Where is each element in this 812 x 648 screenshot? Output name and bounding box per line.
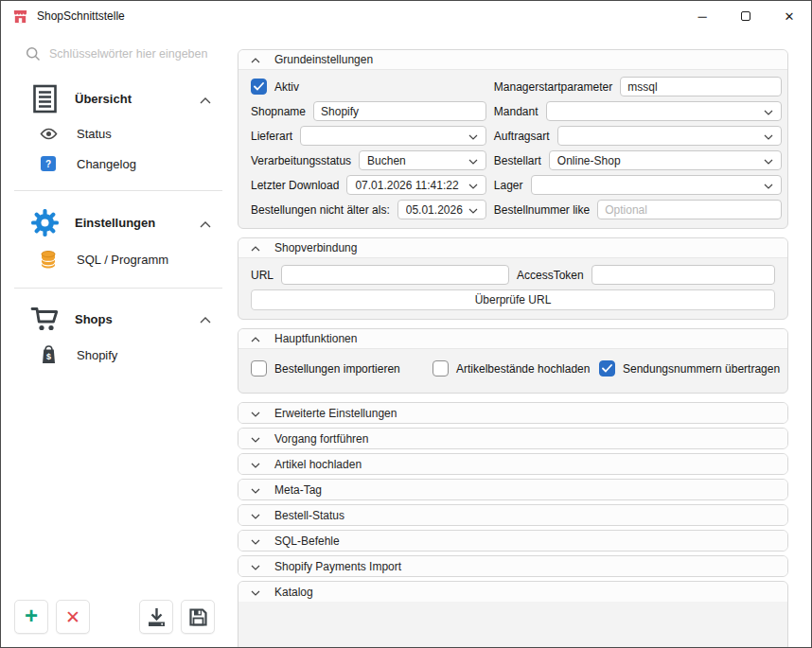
maximize-button[interactable] xyxy=(724,1,768,31)
section-katalog: Katalog xyxy=(238,581,788,647)
bestellart-select[interactable]: Online-Shop xyxy=(549,150,782,170)
artikelbestaende-hochladen-field: Artikelbestände hochladen xyxy=(432,359,599,378)
sidebar-search[interactable]: Schlüsselwörter hier eingeben xyxy=(1,46,236,61)
grundeinstellungen-body: Aktiv Managerstartparameter Shopname Man… xyxy=(238,70,787,228)
section-bestell-status: Bestell-Status xyxy=(238,504,788,526)
url-input[interactable] xyxy=(281,265,509,285)
accesstoken-input[interactable] xyxy=(591,265,775,285)
sendungsnummern-uebertragen-field: Sendungsnummern übertragen xyxy=(599,359,780,378)
verarbeitungsstatus-select[interactable]: Buchen xyxy=(359,150,486,170)
chevron-down-icon xyxy=(251,534,260,548)
section-header-sql-befehle[interactable]: SQL-Befehle xyxy=(238,531,787,551)
auftragsart-select[interactable] xyxy=(557,126,783,146)
section-vorgang-fortfuehren: Vorgang fortführen xyxy=(238,428,788,449)
save-button[interactable] xyxy=(181,600,215,634)
sidebar-item-sql-programm[interactable]: SQL / Programm xyxy=(1,243,236,276)
chevron-down-icon xyxy=(251,483,260,497)
sidebar-group-einstellungen[interactable]: Einstellungen xyxy=(1,204,236,241)
bestellnummer-input[interactable] xyxy=(597,200,782,219)
aktiv-field: Aktiv xyxy=(251,77,486,96)
bestellnummer-field: Bestellnummer like xyxy=(494,200,782,219)
x-icon: ✕ xyxy=(65,608,80,626)
section-title: Artikel hochladen xyxy=(274,458,362,471)
section-header-shopverbindung[interactable]: Shopverbindung xyxy=(238,238,787,258)
close-button[interactable]: ✕ xyxy=(768,1,811,31)
chevron-down-icon xyxy=(251,407,260,420)
checkbox-label: Bestellungen importieren xyxy=(274,362,400,376)
chevron-down-icon xyxy=(251,458,260,471)
sidebar-item-label: Status xyxy=(77,127,112,141)
section-header-hauptfunktionen[interactable]: Hauptfunktionen xyxy=(238,329,787,349)
sidebar-divider xyxy=(14,190,222,191)
section-erweiterte-einstellungen: Erweiterte Einstellungen xyxy=(238,402,788,424)
sidebar-item-label: Shopify xyxy=(77,348,117,362)
delete-button[interactable]: ✕ xyxy=(56,600,90,634)
database-icon xyxy=(39,251,58,269)
search-icon xyxy=(26,46,41,61)
window-controls: ─ ✕ xyxy=(680,1,811,31)
lager-select[interactable] xyxy=(531,175,783,195)
sidebar-item-changelog[interactable]: ? Changelog xyxy=(1,149,236,179)
chevron-down-icon xyxy=(251,586,260,599)
chevron-up-icon xyxy=(251,241,260,254)
nicht-aelter-select[interactable]: 05.01.2026 xyxy=(397,200,486,219)
aktiv-checkbox[interactable] xyxy=(251,79,267,95)
chevron-down-icon xyxy=(468,130,478,143)
sidebar: Schlüsselwörter hier eingeben Übersicht xyxy=(1,31,236,647)
sidebar-item-status[interactable]: Status xyxy=(1,119,236,149)
sidebar-group-label: Übersicht xyxy=(75,92,132,106)
managerstartparameter-input[interactable] xyxy=(620,77,782,96)
chevron-up-icon xyxy=(251,332,260,345)
nicht-aelter-field: Bestellungen nicht älter als: 05.01.2026 xyxy=(251,200,486,219)
section-header-vorgang-fortfuehren[interactable]: Vorgang fortführen xyxy=(238,429,787,448)
sidebar-group-label: Einstellungen xyxy=(75,216,155,230)
check-url-button[interactable]: Überprüfe URL xyxy=(251,289,775,310)
shopverbindung-body: URL AccessToken Überprüfe URL xyxy=(238,258,787,319)
section-header-bestell-status[interactable]: Bestell-Status xyxy=(238,505,787,525)
download-icon xyxy=(146,607,168,627)
sendungsnummern-uebertragen-checkbox[interactable] xyxy=(599,360,615,377)
section-header-artikel-hochladen[interactable]: Artikel hochladen xyxy=(238,454,787,474)
section-title: Vorgang fortführen xyxy=(274,432,368,446)
lieferart-select[interactable] xyxy=(300,126,486,146)
section-title: Meta-Tag xyxy=(274,483,322,497)
artikelbestaende-hochladen-checkbox[interactable] xyxy=(432,360,449,377)
add-button[interactable]: + xyxy=(14,600,48,634)
chevron-up-icon xyxy=(251,53,260,66)
shopname-label: Shopname xyxy=(251,105,306,118)
shopify-bag-icon: $ xyxy=(39,345,58,364)
download-button[interactable] xyxy=(139,600,173,634)
letzter-download-select[interactable]: 07.01.2026 11:41:22 xyxy=(346,175,485,195)
section-artikel-hochladen: Artikel hochladen xyxy=(238,453,788,475)
sidebar-toolbar: + ✕ xyxy=(1,600,236,639)
section-header-meta-tag[interactable]: Meta-Tag xyxy=(238,480,787,499)
svg-text:$: $ xyxy=(45,352,50,361)
section-header-katalog[interactable]: Katalog xyxy=(238,582,787,602)
managerstartparameter-field: Managerstartparameter xyxy=(494,77,782,96)
sidebar-item-label: Changelog xyxy=(77,157,136,171)
katalog-body xyxy=(238,602,787,647)
section-header-grundeinstellungen[interactable]: Grundeinstellungen xyxy=(238,50,787,70)
hauptfunktionen-body: Bestellungen importieren Artikelbestände… xyxy=(238,349,787,393)
sidebar-group-shops[interactable]: Shops xyxy=(1,302,236,336)
maximize-icon xyxy=(741,11,750,21)
sidebar-item-shopify[interactable]: $ Shopify xyxy=(1,338,236,372)
section-header-shopify-payments-import[interactable]: Shopify Payments Import xyxy=(238,556,787,576)
section-header-erweiterte-einstellungen[interactable]: Erweiterte Einstellungen xyxy=(238,403,787,423)
bestellnummer-label: Bestellnummer like xyxy=(494,203,590,217)
section-title: Erweiterte Einstellungen xyxy=(274,407,397,420)
sidebar-group-uebersicht[interactable]: Übersicht xyxy=(1,80,236,117)
eye-icon xyxy=(39,128,58,140)
shopname-input[interactable] xyxy=(313,101,486,121)
verarbeitungsstatus-field: Verarbeitungsstatus Buchen xyxy=(251,150,486,170)
minimize-button[interactable]: ─ xyxy=(680,1,724,31)
main-panel: Grundeinstellungen Aktiv Managerstartpar… xyxy=(236,31,811,647)
chevron-down-icon xyxy=(764,105,773,118)
chevron-down-icon xyxy=(764,154,773,167)
chevron-up-icon xyxy=(200,310,211,327)
bestellungen-importieren-checkbox[interactable] xyxy=(251,360,267,377)
chevron-down-icon xyxy=(251,432,260,446)
mandant-select[interactable] xyxy=(546,101,783,121)
bestellart-field: Bestellart Online-Shop xyxy=(494,150,782,170)
search-placeholder: Schlüsselwörter hier eingeben xyxy=(49,47,207,61)
